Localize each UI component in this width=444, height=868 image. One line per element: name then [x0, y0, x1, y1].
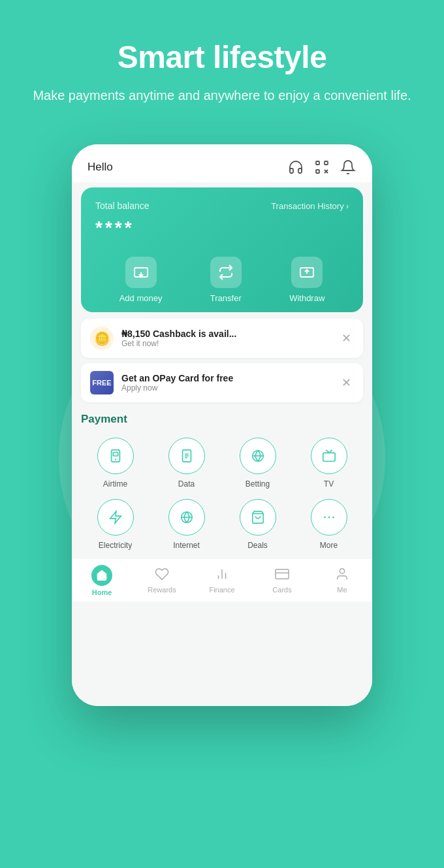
cards-nav-label: Cards [272, 586, 291, 594]
internet-label: Internet [173, 541, 200, 550]
cashback-text: ₦8,150 Cashback is avail... Get it now! [121, 329, 331, 348]
balance-card-header: Total balance Transaction History › [95, 201, 349, 211]
svg-rect-0 [316, 161, 319, 165]
opay-card-title: Get an OPay Card for free [121, 373, 331, 383]
add-money-button[interactable]: Add money [119, 257, 163, 303]
svg-rect-2 [316, 170, 319, 173]
more-icon [311, 499, 347, 536]
balance-label: Total balance [95, 201, 150, 211]
deals-icon [240, 499, 276, 536]
topbar-greeting: Hello [87, 161, 113, 174]
nav-item-finance[interactable]: Finance [202, 565, 242, 596]
rewards-icon [153, 565, 171, 583]
opay-card-banner[interactable]: FREE Get an OPay Card for free Apply now… [81, 363, 363, 402]
balance-card: Total balance Transaction History › **** [81, 187, 363, 312]
payment-item-data[interactable]: Data [152, 435, 221, 491]
cashback-sub: Get it now! [121, 339, 331, 348]
opay-card-sub: Apply now [121, 383, 331, 393]
payment-item-deals[interactable]: Deals [223, 496, 292, 553]
payment-item-airtime[interactable]: Airtime [81, 435, 150, 491]
nav-item-me[interactable]: Me [323, 565, 362, 596]
payment-item-betting[interactable]: Betting [223, 435, 292, 491]
payment-item-tv[interactable]: TV [294, 435, 363, 491]
withdraw-label: Withdraw [289, 293, 325, 303]
headset-icon[interactable] [287, 159, 304, 176]
transfer-label: Transfer [210, 293, 242, 303]
cashback-close-button[interactable]: ✕ [339, 329, 354, 348]
chevron-right-icon: › [346, 201, 349, 211]
cashback-banner[interactable]: 🪙 ₦8,150 Cashback is avail... Get it now… [81, 319, 363, 358]
transaction-history-link[interactable]: Transaction History › [271, 201, 349, 211]
svg-marker-19 [110, 511, 121, 523]
home-nav-label: Home [92, 588, 112, 596]
electricity-label: Electricity [99, 541, 132, 550]
opay-card-close-button[interactable]: ✕ [339, 373, 354, 393]
phone-content: Hello [72, 144, 372, 706]
scan-icon[interactable] [313, 159, 330, 176]
data-label: Data [178, 479, 195, 489]
transfer-icon [210, 257, 242, 288]
payment-grid: Airtime Data [81, 435, 363, 553]
nav-item-home[interactable]: Home [82, 565, 121, 596]
balance-actions: Add money Transfer [95, 251, 349, 303]
phone-topbar: Hello [72, 144, 372, 182]
airtime-icon [97, 438, 134, 474]
bell-icon[interactable] [340, 159, 357, 176]
cards-icon [273, 565, 291, 583]
finance-nav-label: Finance [209, 586, 234, 594]
bottom-nav: Home Rewards [72, 558, 372, 602]
opay-card-text: Get an OPay Card for free Apply now [121, 373, 331, 393]
hero-title: Smart lifestyle [26, 39, 418, 75]
me-icon [333, 565, 351, 583]
cashback-title: ₦8,150 Cashback is avail... [121, 329, 331, 339]
airtime-label: Airtime [103, 479, 127, 489]
add-money-icon [125, 257, 157, 288]
betting-icon [240, 438, 276, 474]
notification-banners: 🪙 ₦8,150 Cashback is avail... Get it now… [81, 319, 363, 402]
svg-rect-1 [325, 161, 328, 165]
payment-title: Payment [81, 413, 363, 426]
payment-section: Payment Airtime [81, 413, 363, 553]
data-icon [168, 438, 205, 474]
nav-item-cards[interactable]: Cards [262, 565, 302, 596]
me-nav-label: Me [337, 586, 347, 594]
betting-label: Betting [246, 479, 270, 489]
payment-item-electricity[interactable]: Electricity [81, 496, 150, 553]
svg-rect-26 [276, 570, 289, 579]
nav-item-rewards[interactable]: Rewards [142, 565, 182, 596]
payment-item-internet[interactable]: Internet [152, 496, 221, 553]
topbar-icons [287, 159, 357, 176]
hero-section: Smart lifestyle Make payments anytime an… [0, 0, 444, 125]
opay-card-image: FREE [90, 371, 114, 394]
svg-rect-18 [323, 453, 334, 461]
tv-icon [311, 438, 347, 474]
internet-icon [168, 499, 205, 536]
deals-label: Deals [247, 541, 268, 550]
opay-card-icon: FREE [90, 371, 114, 394]
finance-icon [213, 565, 231, 583]
phone-wrapper: Hello [0, 144, 444, 706]
phone-frame: Hello [72, 144, 372, 706]
transfer-button[interactable]: Transfer [210, 257, 242, 303]
withdraw-button[interactable]: Withdraw [289, 257, 325, 303]
hero-subtitle: Make payments anytime and anywhere to en… [26, 86, 418, 105]
cashback-icon: 🪙 [90, 327, 114, 350]
tv-label: TV [324, 479, 334, 489]
balance-amount: **** [95, 217, 349, 238]
add-money-label: Add money [119, 293, 163, 303]
svg-rect-11 [113, 453, 118, 457]
home-icon [91, 565, 112, 586]
more-label: More [320, 541, 338, 550]
withdraw-icon [291, 257, 323, 288]
electricity-icon [97, 499, 134, 536]
svg-point-28 [340, 569, 344, 573]
rewards-nav-label: Rewards [148, 586, 176, 594]
payment-item-more[interactable]: More [294, 496, 363, 553]
